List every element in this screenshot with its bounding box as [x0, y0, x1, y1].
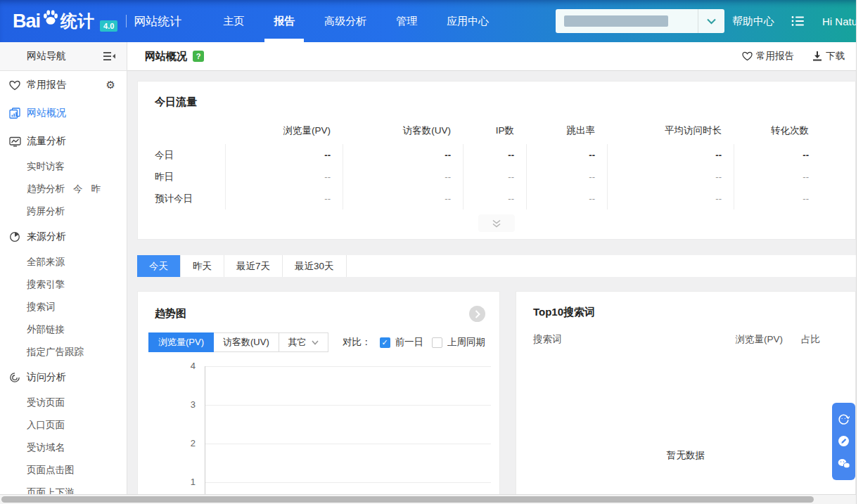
sidebar-item-external-links[interactable]: 外部链接: [0, 318, 127, 341]
wechat-icon[interactable]: [838, 457, 850, 470]
sidebar-item-search-engines[interactable]: 搜索引擎: [0, 273, 127, 296]
sidebar-item-favorite-reports[interactable]: 常用报告 ⚙: [0, 71, 127, 99]
header-right-group: 帮助中心 Hi Natur: [732, 0, 861, 42]
horizontal-scrollbar[interactable]: [0, 494, 856, 504]
compare-last-week-label[interactable]: 上周同期: [447, 336, 485, 349]
chevron-down-icon: [312, 340, 319, 345]
compare-controls: 对比： ✓ 前一日 上周同期: [343, 336, 485, 349]
chart-plot-area: [205, 366, 491, 494]
sidebar-item-page-click-map[interactable]: 页面点击图: [0, 459, 127, 482]
sidebar-item-cross-screen[interactable]: 跨屏分析: [0, 200, 127, 223]
sidebar-item-visited-pages[interactable]: 受访页面: [0, 392, 127, 414]
table-row-yesterday: 昨日 -- -- -- -- -- --: [138, 166, 855, 188]
trend-today-shortcut[interactable]: 今: [73, 183, 83, 195]
today-traffic-card: 今日流量 浏览量(PV) 访客数(UV) IP数 跳出率 平均访问时长 转化次数…: [137, 81, 856, 240]
survey-pencil-icon[interactable]: [838, 435, 850, 448]
site-name-redacted: [564, 15, 668, 27]
product-name: 网站统计: [134, 13, 181, 30]
top-header: Bai 统计 4.0 网站统计 主页 报告 高级分析 管理: [0, 0, 863, 42]
go-to-report-button[interactable]: [469, 306, 485, 322]
metric-other-dropdown[interactable]: 其它: [279, 332, 328, 352]
page-header: 网站概况 ? 常用报告 下载: [127, 42, 856, 71]
nav-home[interactable]: 主页: [208, 0, 259, 42]
nav-report[interactable]: 报告: [259, 0, 309, 42]
empty-state-text: 暂无数据: [516, 449, 855, 462]
sidebar-title: 网站导航: [27, 50, 66, 63]
col-pv: 浏览量(PV): [225, 124, 343, 137]
download-button[interactable]: 下载: [812, 50, 845, 63]
col-keyword: 搜索词: [533, 333, 562, 346]
user-greeting[interactable]: Hi Natur: [822, 15, 861, 27]
compare-last-week-checkbox[interactable]: [432, 337, 442, 348]
double-chevron-down-icon: [492, 219, 501, 228]
gear-icon[interactable]: ⚙: [106, 79, 115, 91]
y-tick-3: 3: [138, 399, 196, 410]
sidebar-item-site-overview[interactable]: 网站概况: [0, 99, 127, 127]
sidebar-item-ad-tracking[interactable]: 指定广告跟踪: [0, 341, 127, 363]
top10-keywords-title: Top10搜索词: [533, 306, 595, 319]
logo-divider: [126, 15, 127, 27]
chevron-down-icon[interactable]: [698, 9, 724, 33]
sidebar-item-entry-pages[interactable]: 入口页面: [0, 414, 127, 437]
col-avg-duration: 平均访问时长: [607, 124, 734, 137]
tab-last-7-days[interactable]: 最近7天: [224, 255, 283, 277]
help-center-link[interactable]: 帮助中心: [732, 15, 774, 28]
col-uv: 访客数(UV): [343, 124, 463, 137]
table-row-today: 今日 -- -- -- -- -- --: [138, 144, 855, 166]
col-ip: IP数: [463, 124, 526, 137]
page-header-actions: 常用报告 下载: [742, 50, 845, 63]
feedback-icon[interactable]: [838, 413, 850, 426]
spiral-icon: [8, 371, 21, 384]
sidebar-item-visited-domains[interactable]: 受访域名: [0, 437, 127, 459]
sidebar-item-visit-analysis[interactable]: 访问分析: [0, 363, 127, 392]
compare-prev-day-label[interactable]: 前一日: [395, 336, 424, 349]
trend-yesterday-shortcut[interactable]: 昨: [91, 183, 101, 195]
y-tick-1: 1: [138, 477, 196, 487]
nav-app-center[interactable]: 应用中心: [432, 0, 504, 42]
tab-yesterday[interactable]: 昨天: [181, 255, 224, 277]
report-list-icon[interactable]: [791, 15, 805, 27]
table-header-row: 浏览量(PV) 访客数(UV) IP数 跳出率 平均访问时长 转化次数: [138, 117, 855, 144]
table-row-forecast-today: 预计今日 -- -- -- -- -- --: [138, 188, 855, 209]
trend-line-chart: 4 3 2 1: [138, 361, 499, 494]
sidebar-item-all-sources[interactable]: 全部来源: [0, 251, 127, 273]
heart-icon: [742, 51, 753, 61]
nav-manage[interactable]: 管理: [381, 0, 432, 42]
metric-button-group: 浏览量(PV) 访客数(UV) 其它: [149, 332, 328, 352]
metric-pv-button[interactable]: 浏览量(PV): [148, 332, 214, 352]
trend-chart-card: 趋势图 浏览量(PV) 访客数(UV) 其它: [137, 291, 500, 494]
active-nav-underline: [264, 39, 304, 42]
y-tick-4: 4: [138, 361, 196, 371]
col-conversions: 转化次数: [734, 124, 821, 137]
sidebar: 网站导航 常用报告 ⚙: [0, 42, 127, 494]
col-ratio: 占比: [801, 333, 820, 346]
compare-prev-day-checkbox[interactable]: ✓: [380, 337, 390, 348]
today-traffic-title: 今日流量: [155, 96, 855, 109]
horizontal-scrollbar-thumb[interactable]: [1, 496, 814, 503]
trend-chart-title: 趋势图: [155, 307, 186, 321]
nav-advanced-analysis[interactable]: 高级分析: [309, 0, 381, 42]
expand-more-button[interactable]: [478, 214, 515, 232]
baidu-tongji-logo[interactable]: Bai 统计 4.0 网站统计: [13, 8, 181, 34]
collapse-sidebar-icon[interactable]: [103, 51, 115, 61]
top-nav: 主页 报告 高级分析 管理 应用中心: [208, 0, 504, 42]
sidebar-item-trend-analysis[interactable]: 趋势分析 今 昨: [0, 178, 127, 200]
tab-last-30-days[interactable]: 最近30天: [283, 255, 347, 277]
tab-today[interactable]: 今天: [137, 255, 181, 277]
help-question-badge[interactable]: ?: [193, 51, 204, 62]
download-icon: [812, 51, 822, 61]
vertical-scrollbar[interactable]: [856, 0, 863, 504]
favorite-report-button[interactable]: 常用报告: [742, 50, 794, 63]
sidebar-item-realtime-visitors[interactable]: 实时访客: [0, 155, 127, 178]
sidebar-item-traffic-analysis[interactable]: 流量分析: [0, 127, 127, 155]
sidebar-item-page-flow[interactable]: 页面上下游: [0, 482, 127, 494]
y-tick-2: 2: [138, 438, 196, 448]
site-selector-dropdown[interactable]: [556, 9, 724, 33]
metric-uv-button[interactable]: 访客数(UV): [213, 332, 279, 352]
sidebar-item-source-analysis[interactable]: 来源分析: [0, 223, 127, 251]
sidebar-item-search-terms[interactable]: 搜索词: [0, 296, 127, 318]
baidu-paw-icon: [41, 8, 60, 30]
logo-suffix: 统计: [60, 10, 94, 32]
top10-keywords-card: Top10搜索词 搜索词 浏览量(PV) 占比 暂无数据: [516, 291, 856, 494]
main-content: 今日流量 浏览量(PV) 访客数(UV) IP数 跳出率 平均访问时长 转化次数…: [127, 71, 856, 494]
